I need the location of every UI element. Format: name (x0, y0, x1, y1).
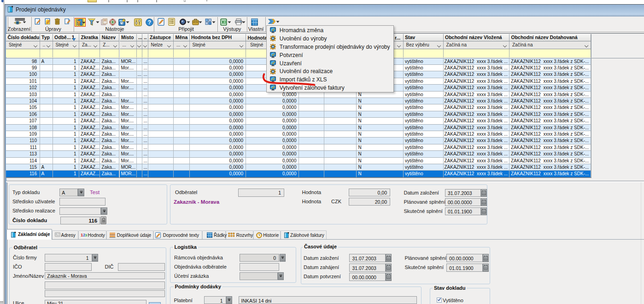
svg-text:?: ? (147, 19, 151, 26)
